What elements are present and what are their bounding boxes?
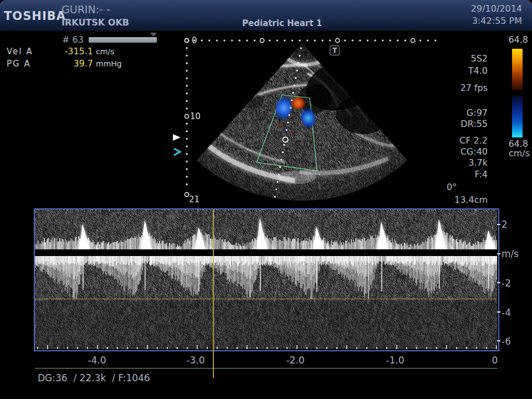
- param-color-gain: CG:40: [461, 146, 488, 157]
- time-label-m4: -4.0: [88, 355, 106, 366]
- depth-label-21: 21: [189, 195, 200, 204]
- doppler-status-text: DG:36 / 22.3k / F:1046: [38, 372, 150, 383]
- colorbar-unit: cm/s: [509, 148, 530, 158]
- bmode-sector-image: [166, 32, 443, 209]
- exam-preset: Pediatric Heart 1: [242, 18, 322, 28]
- measurement-unit-vel: cm/s: [96, 47, 114, 56]
- param-depth: 13.4cm: [454, 195, 488, 205]
- colorbar-max-label: 64.8: [508, 34, 528, 45]
- vel-tick: [497, 253, 500, 254]
- param-angle: 0°: [447, 182, 457, 192]
- measurement-value-vel: -315.1: [53, 46, 93, 57]
- vel-label-2: 2: [502, 219, 508, 230]
- param-dynamic-range: DR:55: [461, 119, 488, 129]
- ultrasound-screen: TOSHIBA GURIN:- - IRKUTSK OKB Pediatric …: [0, 0, 532, 399]
- param-thermal: T4.0: [468, 65, 488, 76]
- time-label-m1: -1.0: [386, 355, 404, 366]
- measurement-unit-pg: mmHg: [96, 59, 122, 68]
- cine-position-marker-icon: [150, 33, 157, 37]
- institution-name: IRKUTSK OKB: [62, 17, 129, 28]
- vel-tick: [497, 282, 500, 283]
- time-cursor-line: [213, 209, 214, 378]
- param-filter: F:4: [474, 169, 488, 180]
- time: 3:42:55 PM: [472, 16, 522, 26]
- vel-tick: [497, 311, 500, 313]
- depth-label-10: 10: [190, 111, 201, 121]
- param-gain: G:97: [467, 108, 488, 118]
- vel-label-neg6: -6: [502, 336, 511, 347]
- patient-name: GURIN:- -: [62, 3, 110, 16]
- time-label-m3: -3.0: [186, 355, 204, 366]
- param-prf: 3.7k: [468, 157, 488, 168]
- toshiba-logo: TOSHIBA: [4, 9, 66, 23]
- param-probe: 5S2: [470, 53, 488, 64]
- measurement-label-vel: Vel A: [7, 47, 33, 57]
- depth-label-0: 0: [192, 35, 197, 45]
- cine-progress-bar: [89, 37, 157, 43]
- param-color-freq: CF 2.2: [459, 135, 488, 146]
- vel-label-unit: m/s: [502, 248, 519, 259]
- frame-number: # 63: [62, 34, 84, 45]
- vel-tick: [497, 340, 500, 341]
- velocity-measure-line: [35, 299, 497, 299]
- vel-label-neg2: -2: [502, 278, 511, 289]
- time-label-m2: -2.0: [286, 355, 304, 366]
- measurement-value-pg: 39.7: [53, 58, 93, 69]
- vel-label-neg4: -4: [502, 307, 511, 318]
- measurement-label-pg: PG A: [7, 59, 31, 69]
- date: 29/10/2014: [471, 3, 522, 14]
- colorbar-reverse: [512, 96, 523, 137]
- time-label-0: 0: [492, 355, 498, 366]
- header-bar: TOSHIBA GURIN:- - IRKUTSK OKB Pediatric …: [0, 0, 532, 32]
- spectral-doppler-trace: [35, 209, 497, 349]
- param-framerate: 27 fps: [460, 83, 488, 93]
- status-divider-line: [35, 368, 498, 369]
- vel-tick: [497, 224, 500, 225]
- probe-orientation-icon: T: [330, 45, 340, 55]
- colorbar-forward: [512, 49, 523, 90]
